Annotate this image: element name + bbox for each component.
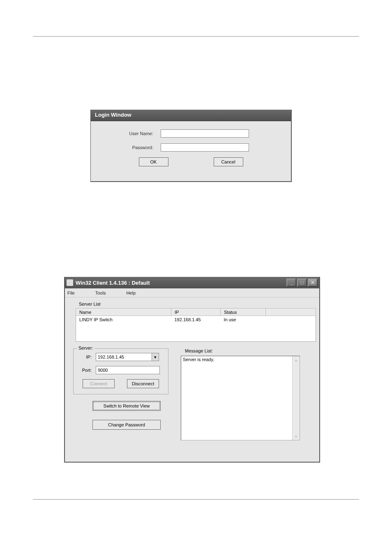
right-column: Message List: Server is ready. ▴ ▾ [181, 348, 311, 440]
port-row: Port: [79, 366, 162, 374]
server-group: Server: IP: ▾ Port: Connect D [73, 348, 168, 394]
client-window: Win32 Client 1.4.136 : Default _ □ ✕ Fil… [64, 277, 320, 463]
message-text: Server is ready. [183, 357, 214, 362]
ip-row: IP: ▾ [79, 353, 162, 361]
menu-help[interactable]: Help [126, 290, 136, 295]
cancel-button[interactable]: Cancel [214, 157, 243, 166]
server-list-table: Name IP Status LINDY IP Switch 192.168.1… [76, 308, 316, 342]
close-icon[interactable]: ✕ [308, 279, 318, 287]
col-header-ip[interactable]: IP [171, 309, 221, 316]
table-header-row: Name IP Status [76, 309, 316, 316]
table-row[interactable]: LINDY IP Switch 192.168.1.45 In use [76, 316, 316, 325]
message-list-label: Message List: [185, 348, 311, 353]
connect-button[interactable]: Connect [83, 379, 115, 388]
menubar: File Tools Help [65, 288, 319, 297]
ip-combo: ▾ [96, 353, 159, 361]
cell-ip: 192.168.1.45 [171, 316, 221, 325]
client-window-title: Win32 Client 1.4.136 : Default [76, 280, 150, 286]
password-input[interactable] [161, 143, 249, 152]
login-buttons: OK Cancel [103, 157, 279, 166]
server-list-label: Server List [79, 302, 311, 306]
scrollbar[interactable]: ▴ ▾ [292, 356, 300, 440]
server-group-legend: Server: [77, 345, 95, 350]
message-list-box: Server is ready. ▴ ▾ [181, 356, 300, 440]
page-divider-bottom [33, 499, 359, 500]
port-input[interactable] [96, 366, 160, 374]
login-body: User Name: Password: OK Cancel [91, 121, 291, 170]
change-password-button[interactable]: Change Password [92, 420, 161, 430]
switch-remote-view-button[interactable]: Switch to Remote View [92, 401, 161, 411]
login-window: Login Window User Name: Password: OK Can… [90, 110, 292, 182]
table-empty-area [76, 325, 316, 342]
cell-status: In use [221, 316, 266, 325]
username-row: User Name: [103, 129, 279, 138]
lower-area: Server: IP: ▾ Port: Connect D [73, 348, 311, 440]
port-label: Port: [79, 368, 96, 373]
page-divider-top [33, 36, 359, 37]
chevron-down-icon[interactable]: ▾ [152, 353, 159, 361]
username-label: User Name: [103, 131, 161, 136]
cell-name: LINDY IP Switch [76, 316, 171, 325]
minimize-icon[interactable]: _ [286, 279, 296, 287]
ip-label: IP: [79, 355, 96, 359]
window-controls: _ □ ✕ [286, 279, 318, 287]
col-header-spacer [266, 309, 316, 316]
server-group-buttons: Connect Disconnect [79, 379, 162, 388]
client-titlebar: Win32 Client 1.4.136 : Default _ □ ✕ [65, 277, 319, 288]
left-column: Server: IP: ▾ Port: Connect D [73, 348, 168, 440]
password-label: Password: [103, 145, 161, 150]
col-header-name[interactable]: Name [76, 309, 171, 316]
disconnect-button[interactable]: Disconnect [127, 379, 159, 388]
titlebar-left: Win32 Client 1.4.136 : Default [67, 279, 150, 286]
client-body: Server List Name IP Status LINDY IP Swit… [65, 297, 319, 444]
cell-spacer [266, 316, 316, 325]
login-window-title: Login Window [91, 110, 291, 121]
menu-tools[interactable]: Tools [95, 290, 106, 295]
menu-file[interactable]: File [67, 290, 75, 295]
username-input[interactable] [161, 129, 249, 138]
password-row: Password: [103, 143, 279, 152]
scroll-down-icon[interactable]: ▾ [293, 433, 300, 440]
app-icon [67, 279, 73, 286]
col-header-status[interactable]: Status [221, 309, 266, 316]
maximize-icon[interactable]: □ [297, 279, 307, 287]
ip-input[interactable] [96, 353, 152, 361]
action-buttons: Switch to Remote View Change Password [85, 401, 168, 430]
ok-button[interactable]: OK [139, 157, 168, 166]
scroll-up-icon[interactable]: ▴ [293, 356, 300, 364]
